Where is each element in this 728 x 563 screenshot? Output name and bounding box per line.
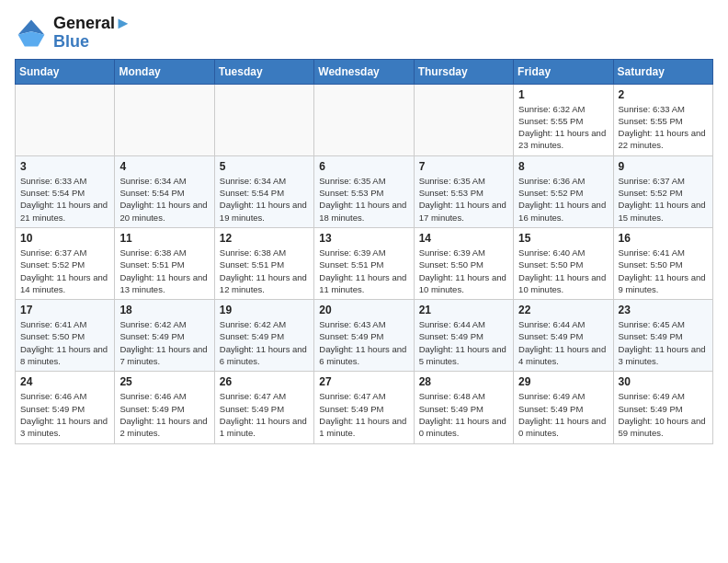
day-number: 26 [220, 375, 309, 388]
day-number: 20 [319, 304, 408, 316]
day-info: Sunrise: 6:41 AM Sunset: 5:50 PM Dayligh… [619, 247, 708, 295]
calendar-cell: 13Sunrise: 6:39 AM Sunset: 5:51 PM Dayli… [314, 227, 414, 299]
calendar-cell: 4Sunrise: 6:34 AM Sunset: 5:54 PM Daylig… [115, 155, 214, 227]
day-number: 15 [518, 232, 608, 245]
day-info: Sunrise: 6:39 AM Sunset: 5:51 PM Dayligh… [319, 247, 408, 295]
calendar-cell [414, 84, 513, 155]
day-number: 1 [518, 88, 608, 101]
calendar-cell: 12Sunrise: 6:38 AM Sunset: 5:51 PM Dayli… [214, 227, 313, 299]
day-number: 8 [518, 160, 608, 173]
calendar-cell: 9Sunrise: 6:37 AM Sunset: 5:52 PM Daylig… [613, 155, 712, 227]
weekday-header: Monday [115, 59, 214, 84]
calendar-cell: 24Sunrise: 6:46 AM Sunset: 5:49 PM Dayli… [16, 372, 115, 443]
day-info: Sunrise: 6:47 AM Sunset: 5:49 PM Dayligh… [220, 390, 309, 439]
day-number: 21 [419, 304, 508, 316]
day-info: Sunrise: 6:49 AM Sunset: 5:49 PM Dayligh… [619, 390, 708, 439]
calendar-cell: 8Sunrise: 6:36 AM Sunset: 5:52 PM Daylig… [514, 155, 613, 227]
day-number: 17 [20, 304, 109, 316]
day-info: Sunrise: 6:42 AM Sunset: 5:49 PM Dayligh… [220, 318, 309, 367]
calendar-cell: 28Sunrise: 6:48 AM Sunset: 5:49 PM Dayli… [414, 372, 513, 443]
day-number: 7 [419, 160, 508, 173]
day-number: 2 [619, 88, 708, 101]
day-number: 11 [119, 232, 209, 245]
page-header: General► Blue [15, 15, 713, 52]
day-number: 3 [20, 160, 109, 173]
day-number: 18 [119, 304, 209, 316]
logo-icon [15, 17, 48, 50]
day-number: 28 [419, 375, 508, 388]
day-number: 5 [220, 160, 309, 173]
day-info: Sunrise: 6:44 AM Sunset: 5:49 PM Dayligh… [518, 318, 608, 367]
day-number: 30 [619, 375, 708, 388]
calendar-cell: 27Sunrise: 6:47 AM Sunset: 5:49 PM Dayli… [314, 372, 414, 443]
calendar-cell: 6Sunrise: 6:35 AM Sunset: 5:53 PM Daylig… [314, 155, 414, 227]
calendar-cell: 2Sunrise: 6:33 AM Sunset: 5:55 PM Daylig… [613, 84, 712, 155]
weekday-header: Thursday [414, 59, 513, 84]
calendar-cell: 26Sunrise: 6:47 AM Sunset: 5:49 PM Dayli… [214, 372, 313, 443]
calendar-cell: 25Sunrise: 6:46 AM Sunset: 5:49 PM Dayli… [115, 372, 214, 443]
calendar-cell: 21Sunrise: 6:44 AM Sunset: 5:49 PM Dayli… [414, 300, 513, 372]
day-number: 24 [20, 375, 109, 388]
day-info: Sunrise: 6:36 AM Sunset: 5:52 PM Dayligh… [518, 175, 608, 224]
calendar-cell: 18Sunrise: 6:42 AM Sunset: 5:49 PM Dayli… [115, 300, 214, 372]
day-number: 9 [619, 160, 708, 173]
calendar-cell [115, 84, 214, 155]
day-info: Sunrise: 6:40 AM Sunset: 5:50 PM Dayligh… [518, 247, 608, 295]
day-info: Sunrise: 6:32 AM Sunset: 5:55 PM Dayligh… [518, 103, 608, 152]
day-info: Sunrise: 6:44 AM Sunset: 5:49 PM Dayligh… [419, 318, 508, 367]
day-info: Sunrise: 6:38 AM Sunset: 5:51 PM Dayligh… [220, 247, 309, 295]
calendar-cell [16, 84, 115, 155]
calendar-cell: 14Sunrise: 6:39 AM Sunset: 5:50 PM Dayli… [414, 227, 513, 299]
day-number: 27 [319, 375, 408, 388]
day-info: Sunrise: 6:33 AM Sunset: 5:55 PM Dayligh… [619, 103, 708, 152]
day-info: Sunrise: 6:35 AM Sunset: 5:53 PM Dayligh… [319, 175, 408, 224]
calendar-cell: 16Sunrise: 6:41 AM Sunset: 5:50 PM Dayli… [613, 227, 712, 299]
weekday-header: Saturday [613, 59, 712, 84]
day-number: 25 [119, 375, 209, 388]
calendar-week-row: 17Sunrise: 6:41 AM Sunset: 5:50 PM Dayli… [16, 300, 713, 372]
day-number: 10 [20, 232, 109, 245]
day-info: Sunrise: 6:47 AM Sunset: 5:49 PM Dayligh… [319, 390, 408, 439]
day-info: Sunrise: 6:43 AM Sunset: 5:49 PM Dayligh… [319, 318, 408, 367]
day-number: 22 [518, 304, 608, 316]
weekday-header: Wednesday [314, 59, 414, 84]
day-info: Sunrise: 6:41 AM Sunset: 5:50 PM Dayligh… [20, 318, 109, 367]
calendar-cell: 19Sunrise: 6:42 AM Sunset: 5:49 PM Dayli… [214, 300, 313, 372]
day-info: Sunrise: 6:42 AM Sunset: 5:49 PM Dayligh… [119, 318, 209, 367]
logo-text: General► Blue [53, 15, 131, 52]
day-info: Sunrise: 6:46 AM Sunset: 5:49 PM Dayligh… [20, 390, 109, 439]
calendar-cell: 3Sunrise: 6:33 AM Sunset: 5:54 PM Daylig… [16, 155, 115, 227]
day-number: 13 [319, 232, 408, 245]
calendar-cell: 17Sunrise: 6:41 AM Sunset: 5:50 PM Dayli… [16, 300, 115, 372]
calendar-cell: 5Sunrise: 6:34 AM Sunset: 5:54 PM Daylig… [214, 155, 313, 227]
calendar-cell: 30Sunrise: 6:49 AM Sunset: 5:49 PM Dayli… [613, 372, 712, 443]
day-info: Sunrise: 6:46 AM Sunset: 5:49 PM Dayligh… [119, 390, 209, 439]
logo: General► Blue [15, 15, 131, 52]
day-info: Sunrise: 6:45 AM Sunset: 5:49 PM Dayligh… [619, 318, 708, 367]
day-info: Sunrise: 6:37 AM Sunset: 5:52 PM Dayligh… [20, 247, 109, 295]
day-info: Sunrise: 6:33 AM Sunset: 5:54 PM Dayligh… [20, 175, 109, 224]
day-number: 19 [220, 304, 309, 316]
weekday-header-row: SundayMondayTuesdayWednesdayThursdayFrid… [16, 59, 713, 84]
day-info: Sunrise: 6:37 AM Sunset: 5:52 PM Dayligh… [619, 175, 708, 224]
day-number: 6 [319, 160, 408, 173]
calendar-cell [314, 84, 414, 155]
day-number: 14 [419, 232, 508, 245]
calendar-cell: 29Sunrise: 6:49 AM Sunset: 5:49 PM Dayli… [514, 372, 613, 443]
calendar-week-row: 3Sunrise: 6:33 AM Sunset: 5:54 PM Daylig… [16, 155, 713, 227]
day-number: 16 [619, 232, 708, 245]
day-info: Sunrise: 6:39 AM Sunset: 5:50 PM Dayligh… [419, 247, 508, 295]
calendar-cell: 23Sunrise: 6:45 AM Sunset: 5:49 PM Dayli… [613, 300, 712, 372]
calendar-cell: 1Sunrise: 6:32 AM Sunset: 5:55 PM Daylig… [514, 84, 613, 155]
calendar-cell: 11Sunrise: 6:38 AM Sunset: 5:51 PM Dayli… [115, 227, 214, 299]
calendar-week-row: 24Sunrise: 6:46 AM Sunset: 5:49 PM Dayli… [16, 372, 713, 443]
weekday-header: Tuesday [214, 59, 313, 84]
day-number: 4 [119, 160, 209, 173]
calendar-cell: 22Sunrise: 6:44 AM Sunset: 5:49 PM Dayli… [514, 300, 613, 372]
day-info: Sunrise: 6:34 AM Sunset: 5:54 PM Dayligh… [220, 175, 309, 224]
calendar-cell: 10Sunrise: 6:37 AM Sunset: 5:52 PM Dayli… [16, 227, 115, 299]
weekday-header: Friday [514, 59, 613, 84]
calendar-cell: 7Sunrise: 6:35 AM Sunset: 5:53 PM Daylig… [414, 155, 513, 227]
calendar-cell [214, 84, 313, 155]
day-info: Sunrise: 6:35 AM Sunset: 5:53 PM Dayligh… [419, 175, 508, 224]
